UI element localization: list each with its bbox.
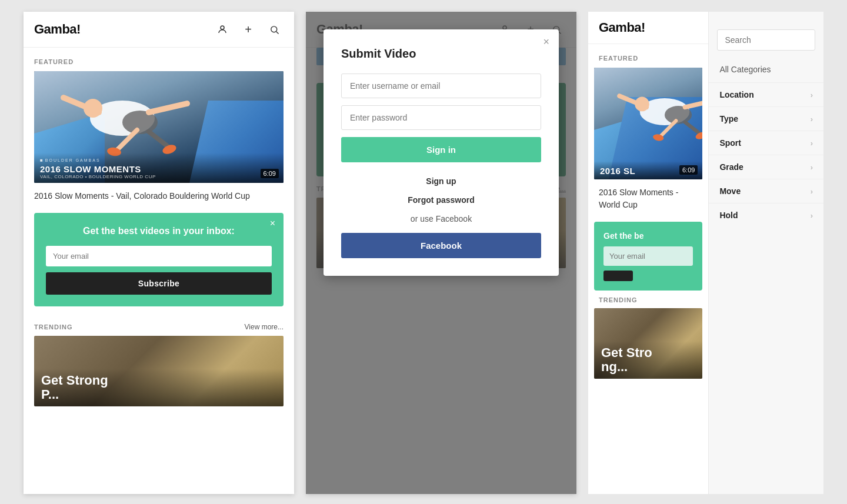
- chevron-move-icon: ›: [811, 187, 813, 196]
- chevron-grade-icon: ›: [811, 163, 813, 172]
- user-icon-left[interactable]: [213, 20, 232, 39]
- featured-label-left: FEATURED: [24, 48, 294, 71]
- add-icon-left[interactable]: +: [239, 20, 258, 39]
- sidebar-item-move[interactable]: Move ›: [709, 179, 823, 203]
- featured-image-right: 2016 SL 6:09: [594, 68, 702, 179]
- sidebar-item-hold[interactable]: Hold ›: [709, 203, 823, 227]
- trending-row-right: TRENDING: [588, 291, 708, 308]
- chevron-location-icon: ›: [811, 91, 813, 99]
- video-description-left: 2016 Slow Moments - Vail, Colorado Bould…: [24, 183, 294, 213]
- logo-left: Gamba!: [34, 22, 206, 37]
- featured-image-left: ■ BOULDER GAMBAS 2016 SLOW MOMENTS VAIL,…: [34, 71, 284, 183]
- all-categories[interactable]: All Categories: [709, 60, 823, 82]
- signin-button[interactable]: Sign in: [341, 137, 541, 162]
- right-panel: Gamba! FEATURED: [588, 12, 823, 494]
- svg-line-7: [149, 104, 187, 112]
- navbar-left: Gamba! +: [24, 12, 294, 48]
- trending-label-right: TRENDING: [599, 296, 637, 303]
- logo-right: Gamba!: [599, 20, 698, 35]
- signup-link[interactable]: Sign up: [341, 172, 541, 191]
- duration-badge-right: 6:09: [679, 165, 698, 175]
- newsletter-title-right: Get the be: [603, 231, 693, 241]
- right-trending-text: Get Stro: [601, 345, 652, 360]
- left-panel: Gamba! + FEATURED: [24, 12, 294, 494]
- or-use-text: or use Facebook: [341, 209, 541, 228]
- video-description-right: 2016 Slow Moments - World Cup: [588, 179, 708, 222]
- modal-title: Submit Video: [341, 47, 541, 61]
- chevron-type-icon: ›: [811, 115, 813, 124]
- trending-image-left: Get Strong P...: [34, 336, 284, 406]
- video-sub-title-left: VAIL, COLORADO • BOULDERING WORLD CUP: [40, 174, 278, 179]
- video-overlay-left: ■ BOULDER GAMBAS 2016 SLOW MOMENTS VAIL,…: [34, 153, 284, 183]
- svg-line-21: [685, 122, 701, 135]
- modal-close-button[interactable]: ×: [543, 36, 549, 47]
- search-icon-left[interactable]: [265, 20, 284, 39]
- svg-point-0: [221, 26, 224, 29]
- navbar-right: Gamba!: [588, 12, 708, 44]
- climber-figure-left: [46, 80, 199, 156]
- newsletter-btn-right: [603, 271, 633, 281]
- trending-image-text-left: Get Strong P...: [34, 369, 284, 406]
- newsletter-title-left: Get the best videos in your inbox:: [46, 225, 272, 238]
- sidebar-item-sport[interactable]: Sport ›: [709, 131, 823, 155]
- chevron-hold-icon: ›: [811, 211, 813, 220]
- climber-figure-right: [606, 76, 702, 147]
- video-main-title-left: 2016 SLOW MOMENTS: [40, 164, 278, 174]
- svg-line-19: [685, 101, 703, 108]
- newsletter-close-left[interactable]: ×: [270, 219, 275, 228]
- featured-label-right: FEATURED: [588, 44, 708, 68]
- right-main-content: Gamba! FEATURED: [588, 12, 708, 494]
- password-input[interactable]: [341, 105, 541, 130]
- newsletter-box-right: Get the be: [594, 222, 702, 291]
- view-more-left[interactable]: View more...: [245, 323, 284, 331]
- svg-line-9: [149, 132, 169, 148]
- facebook-button[interactable]: Facebook: [341, 233, 541, 258]
- newsletter-subscribe-left[interactable]: Subscribe: [46, 272, 272, 295]
- submit-video-modal: × Submit Video Sign in Sign up Forgot pa…: [324, 29, 559, 276]
- trending-row-left: TRENDING View more...: [24, 317, 294, 336]
- sidebar-item-type[interactable]: Type ›: [709, 106, 823, 131]
- forgot-password-link[interactable]: Forgot password: [341, 191, 541, 209]
- newsletter-email-left[interactable]: [46, 246, 272, 266]
- page-wrapper: Gamba! + FEATURED: [0, 12, 847, 494]
- trending-label-left: TRENDING: [34, 323, 72, 331]
- sidebar-item-location[interactable]: Location ›: [709, 82, 823, 106]
- svg-point-1: [271, 26, 276, 32]
- svg-line-2: [276, 31, 278, 34]
- trending-image-right: Get Stro ng...: [594, 308, 702, 379]
- search-box: [717, 29, 815, 51]
- sidebar-item-grade[interactable]: Grade ›: [709, 155, 823, 179]
- sidebar: All Categories Location › Type › Sport ›…: [708, 12, 823, 494]
- chevron-sport-icon: ›: [811, 139, 813, 148]
- username-input[interactable]: [341, 74, 541, 98]
- duration-badge-left: 6:09: [261, 169, 279, 178]
- newsletter-box-left: × Get the best videos in your inbox: Sub…: [34, 213, 284, 306]
- search-input[interactable]: [717, 29, 815, 51]
- middle-panel: Gamba! + Get the best videos in your inb…: [306, 12, 576, 494]
- modal-overlay: × Submit Video Sign in Sign up Forgot pa…: [306, 12, 576, 494]
- newsletter-email-right: [603, 246, 693, 266]
